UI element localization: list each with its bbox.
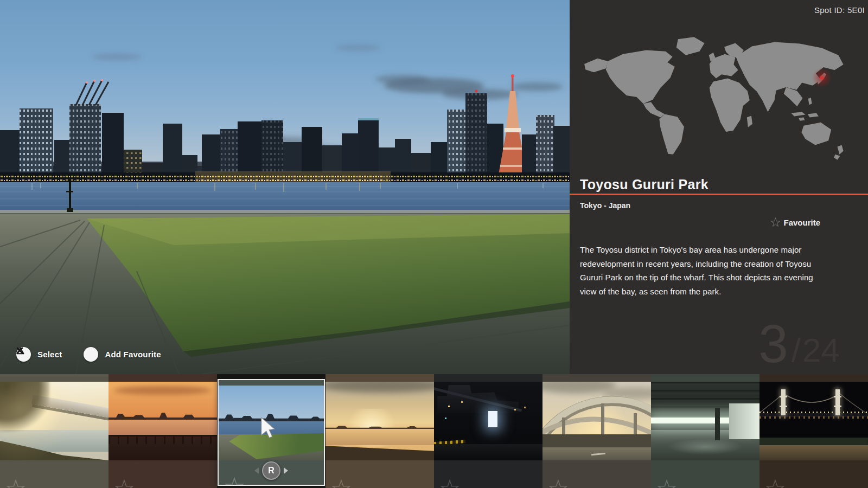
control-hint-add-favourite[interactable]: Add Favourite [84, 347, 161, 362]
map-landmasses [584, 37, 844, 160]
selected-thumbnail-card[interactable]: R [218, 379, 325, 486]
thumbnail-rainbow-bridge-night[interactable] [760, 374, 868, 488]
accent-divider [570, 194, 868, 195]
favourite-label: Favourite [783, 218, 820, 227]
cityscape-illustration [0, 0, 570, 374]
counter-total: 24 [802, 337, 840, 364]
thumbnail-photo [434, 382, 542, 460]
r-button-icon: R [262, 461, 280, 480]
favourite-star-icon [770, 217, 781, 228]
thumbnail-sunset-bay-railing[interactable] [108, 374, 217, 488]
thumbnail-bayside-bridge-sunrise[interactable] [0, 374, 108, 488]
thumbnail-highway-junction-dusk[interactable] [542, 374, 651, 488]
thumbnail-parking-garage[interactable] [651, 374, 760, 488]
right-arrow-icon [284, 467, 288, 474]
control-hints: Select Add Favourite [16, 347, 161, 362]
triangle-button-icon [84, 347, 98, 362]
main-photo-preview: Select Add Favourite [0, 0, 570, 374]
thumbnail-industrial-night[interactable] [434, 374, 542, 488]
thumbnail-sunset-shore[interactable] [326, 374, 434, 488]
world-map [582, 31, 857, 164]
select-label: Select [37, 350, 62, 359]
counter-current: 3 [758, 323, 788, 364]
thumbnail-photo [651, 382, 760, 460]
thumbnail-strip: R [0, 374, 868, 488]
thumbnail-toyosu-gururi-park[interactable]: R [217, 374, 326, 488]
favourite-indicator[interactable]: Favourite [770, 217, 820, 228]
r-button-label: R [268, 466, 275, 476]
thumbnail-photo [542, 382, 651, 460]
thumbnail-photo [0, 382, 108, 460]
left-arrow-icon [254, 467, 259, 474]
spot-location: Tokyo - Japan [580, 201, 630, 210]
spot-id: Spot ID: 5E0I [814, 5, 865, 15]
counter-separator: / [792, 337, 801, 364]
spot-info-panel: Spot ID: 5E0I [570, 0, 868, 374]
spot-counter: 3 / 24 [758, 323, 840, 364]
scapes-spot-browser: Select Add Favourite Spot ID: 5E0I [0, 0, 868, 488]
thumbnail-photo [326, 382, 434, 460]
add-favourite-label: Add Favourite [105, 350, 161, 359]
map-location-dot [820, 76, 824, 80]
thumbnail-photo [108, 382, 217, 460]
spot-description: The Toyosu district in Tokyo's bay area … [580, 243, 825, 298]
r-stick-scroll-hint: R [254, 461, 288, 480]
thumbnail-photo [760, 382, 868, 460]
spot-title: Toyosu Gururi Park [580, 177, 709, 192]
